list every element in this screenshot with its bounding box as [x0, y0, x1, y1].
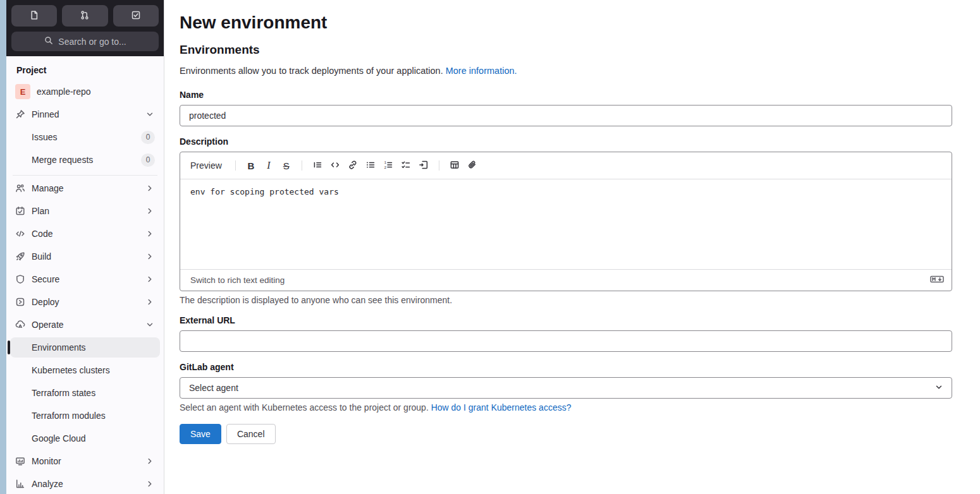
svg-text:2: 2	[384, 165, 386, 169]
table-icon	[450, 160, 460, 172]
table-button[interactable]	[446, 157, 463, 174]
link-icon	[348, 160, 358, 172]
quote-button[interactable]	[309, 157, 326, 174]
name-group: Name	[180, 90, 952, 126]
sidebar-item-label: Terraform states	[32, 388, 155, 398]
sidebar-item-secure[interactable]: Secure	[10, 269, 160, 289]
italic-button[interactable]: I	[260, 157, 277, 174]
chevron-down-icon	[145, 109, 155, 119]
bullet-list-button[interactable]	[362, 157, 379, 174]
sidebar-item-label: Pinned	[32, 109, 138, 119]
attach-file-button[interactable]	[464, 157, 481, 174]
sidebar-item-operate[interactable]: Operate	[10, 315, 160, 335]
sidebar-item-issues[interactable]: Issues0	[10, 127, 160, 147]
sidebar-item-pinned[interactable]: Pinned	[10, 104, 160, 124]
sidebar-item-terraform-states[interactable]: Terraform states	[10, 383, 160, 403]
chevron-right-icon	[145, 251, 155, 262]
editor-footer: Switch to rich text editing	[180, 269, 952, 291]
sidebar-item-label: Deploy	[32, 297, 138, 307]
sidebar-item-label: Secure	[32, 274, 138, 284]
attach-icon	[467, 160, 477, 172]
project-avatar: E	[15, 84, 30, 99]
kubernetes-access-link[interactable]: How do I grant Kubernetes access?	[431, 402, 572, 413]
chevron-right-icon	[145, 274, 155, 284]
gitlab-agent-group: GitLab agent Select agent Select an agen…	[180, 362, 952, 413]
form-actions: Save Cancel	[180, 424, 952, 444]
code-icon	[15, 229, 25, 239]
issues-icon	[29, 10, 39, 22]
deploy-icon	[15, 297, 25, 307]
search-input[interactable]: Search or go to...	[11, 32, 159, 51]
sidebar-item-merge-requests[interactable]: Merge requests0	[10, 150, 160, 170]
task-list-button[interactable]	[398, 157, 414, 174]
sidebar-item-monitor[interactable]: Monitor	[10, 451, 160, 471]
sidebar-item-deploy[interactable]: Deploy	[10, 292, 160, 312]
collapsible-section-button[interactable]	[415, 157, 432, 174]
sidebar-item-label: Issues	[32, 132, 135, 142]
sidebar-nav: PinnedIssues0Merge requests0ManagePlanCo…	[6, 104, 164, 494]
link-button[interactable]	[345, 157, 361, 174]
toolbar-separator	[302, 160, 302, 171]
description-label: Description	[180, 136, 952, 147]
description-group: Description Preview BIS12 env for scopin…	[180, 136, 952, 305]
numbered-list-button[interactable]: 12	[380, 157, 396, 174]
sidebar-item-manage[interactable]: Manage	[10, 178, 160, 198]
sidebar-item-label: Manage	[32, 183, 138, 193]
name-input[interactable]	[180, 105, 952, 126]
cancel-button[interactable]: Cancel	[226, 424, 276, 444]
description-textarea[interactable]: env for scoping protected vars	[180, 179, 952, 269]
sidebar-item-kubernetes-clusters[interactable]: Kubernetes clusters	[10, 360, 160, 380]
count-badge: 0	[141, 131, 155, 144]
sidebar-item-label: Plan	[32, 206, 138, 216]
sidebar-divider	[13, 175, 157, 176]
page-title: New environment	[180, 13, 952, 33]
chevron-right-icon	[145, 206, 155, 216]
bullet-list-icon	[365, 160, 376, 172]
description-help-text: The description is displayed to anyone w…	[180, 295, 952, 305]
search-placeholder: Search or go to...	[58, 37, 126, 47]
sidebar-item-build[interactable]: Build	[10, 246, 160, 267]
sidebar-item-google-cloud[interactable]: Google Cloud	[10, 428, 160, 449]
strikethrough-button-glyph: S	[283, 160, 290, 171]
code-button[interactable]	[327, 157, 343, 174]
sidebar-item-code[interactable]: Code	[10, 224, 160, 244]
sidebar-item-plan[interactable]: Plan	[10, 201, 160, 221]
todo-list-button[interactable]	[113, 5, 159, 27]
gitlab-agent-label: GitLab agent	[180, 362, 952, 372]
chevron-right-icon	[145, 183, 155, 193]
strikethrough-button[interactable]: S	[278, 157, 295, 174]
switch-rich-text-link[interactable]: Switch to rich text editing	[190, 275, 285, 285]
sidebar-item-project[interactable]: E example-repo	[10, 81, 160, 102]
chart-icon	[15, 479, 25, 489]
task-list-icon	[401, 160, 411, 172]
toolbar-separator	[235, 160, 236, 171]
merge-requests-shortcut-button[interactable]	[62, 5, 107, 27]
preview-button[interactable]: Preview	[190, 160, 222, 171]
quote-icon	[312, 160, 322, 172]
numbered-list-icon: 12	[383, 160, 393, 172]
topbar-buttons	[11, 5, 159, 27]
bold-button[interactable]: B	[243, 157, 259, 174]
sidebar-item-environments[interactable]: Environments	[10, 337, 160, 358]
merge-request-icon	[80, 10, 90, 22]
chevron-right-icon	[145, 229, 155, 239]
sidebar: Search or go to... Project E example-rep…	[6, 0, 164, 494]
sidebar-item-analyze[interactable]: Analyze	[10, 474, 160, 494]
sidebar-item-label: Environments	[32, 342, 155, 352]
chevron-down-icon	[934, 382, 944, 394]
code-inline-icon	[330, 160, 340, 172]
bold-button-glyph: B	[247, 160, 254, 171]
issues-shortcut-button[interactable]	[11, 5, 57, 27]
sidebar-item-terraform-modules[interactable]: Terraform modules	[10, 406, 160, 426]
more-information-link[interactable]: More information.	[446, 66, 517, 76]
chevron-down-icon	[145, 320, 155, 330]
italic-button-glyph: I	[267, 160, 270, 171]
svg-text:1: 1	[384, 160, 386, 164]
rocket-icon	[15, 251, 25, 262]
external-url-input[interactable]	[180, 330, 952, 352]
markdown-editor: Preview BIS12 env for scoping protected …	[180, 152, 952, 291]
agent-select[interactable]: Select agent	[180, 377, 952, 399]
save-button[interactable]: Save	[180, 424, 221, 444]
sidebar-item-label: Kubernetes clusters	[32, 365, 155, 375]
sidebar-item-label: Code	[32, 229, 138, 239]
